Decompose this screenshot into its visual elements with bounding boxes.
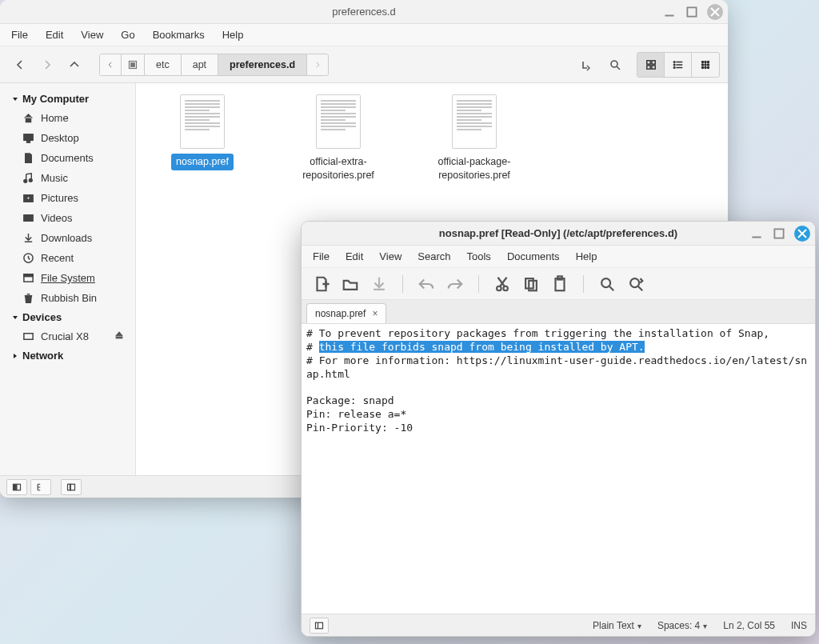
ed-menu-view[interactable]: View bbox=[379, 250, 402, 262]
file-official-extra[interactable]: official-extra-repositories.pref bbox=[286, 94, 390, 184]
videos-icon bbox=[22, 212, 34, 224]
ed-menu-help[interactable]: Help bbox=[576, 250, 597, 262]
pictures-icon bbox=[22, 192, 34, 204]
menu-view[interactable]: View bbox=[81, 29, 103, 41]
ed-menubar: File Edit View Search Tools Documents He… bbox=[302, 246, 815, 268]
syntax-selector[interactable]: Plain Text bbox=[593, 620, 641, 631]
breadcrumb-prev[interactable] bbox=[100, 54, 122, 75]
svg-rect-36 bbox=[24, 274, 33, 277]
new-file-button[interactable] bbox=[313, 275, 330, 293]
menu-file[interactable]: File bbox=[11, 29, 28, 41]
undo-button[interactable] bbox=[417, 275, 435, 293]
breadcrumb-next[interactable] bbox=[307, 54, 328, 75]
toggle-location-button[interactable] bbox=[574, 53, 598, 77]
sidebar-item-pictures[interactable]: Pictures bbox=[0, 188, 135, 208]
svg-rect-57 bbox=[316, 622, 323, 629]
ed-tab-nosnap[interactable]: nosnap.pref × bbox=[306, 303, 386, 323]
ed-tabbar: nosnap.pref × bbox=[302, 300, 815, 324]
close-button[interactable] bbox=[707, 4, 723, 20]
file-thumb-icon bbox=[316, 94, 361, 149]
maximize-button[interactable] bbox=[772, 226, 786, 241]
sidebar-item-filesystem[interactable]: File System bbox=[0, 268, 135, 288]
close-button[interactable] bbox=[794, 226, 810, 242]
close-tab-icon[interactable]: × bbox=[372, 308, 378, 319]
menu-bookmarks[interactable]: Bookmarks bbox=[153, 29, 205, 41]
show-treeview-button[interactable] bbox=[30, 479, 51, 495]
file-thumb-icon bbox=[180, 94, 225, 149]
minimize-button[interactable] bbox=[749, 226, 764, 241]
svg-point-24 bbox=[701, 66, 703, 68]
list-view-button[interactable] bbox=[665, 53, 692, 77]
downloads-icon bbox=[22, 232, 34, 244]
forward-button[interactable] bbox=[35, 53, 59, 77]
ed-statusbar: Plain Text Spaces: 4 Ln 2, Col 55 INS bbox=[302, 614, 815, 636]
save-file-button[interactable] bbox=[370, 275, 388, 293]
sidebar-item-crucial[interactable]: Crucial X8 bbox=[0, 326, 135, 346]
sidebar-item-music[interactable]: Music bbox=[0, 168, 135, 188]
breadcrumb-apt[interactable]: apt bbox=[182, 54, 218, 75]
find-button[interactable] bbox=[598, 275, 616, 293]
cut-button[interactable] bbox=[493, 275, 511, 293]
svg-rect-8 bbox=[646, 60, 649, 63]
ed-menu-search[interactable]: Search bbox=[417, 250, 450, 262]
close-sidebar-button[interactable] bbox=[61, 479, 82, 495]
ed-menu-edit[interactable]: Edit bbox=[346, 250, 363, 262]
fm-window-controls bbox=[662, 4, 723, 20]
ed-menu-documents[interactable]: Documents bbox=[507, 250, 560, 262]
breadcrumb-etc[interactable]: etc bbox=[145, 54, 182, 75]
sidebar-cat-network[interactable]: Network bbox=[0, 346, 135, 365]
sidebar-cat-mycomputer[interactable]: My Computer bbox=[0, 90, 135, 108]
svg-rect-9 bbox=[651, 60, 654, 63]
search-button[interactable] bbox=[603, 53, 627, 77]
sidebar-item-home[interactable]: Home bbox=[0, 108, 135, 128]
svg-line-7 bbox=[617, 66, 620, 70]
sidebar-item-videos[interactable]: Videos bbox=[0, 208, 135, 228]
svg-rect-37 bbox=[24, 334, 33, 340]
svg-point-55 bbox=[630, 278, 639, 287]
svg-point-25 bbox=[705, 66, 706, 68]
compact-view-button[interactable] bbox=[692, 53, 719, 77]
sidebar-item-desktop[interactable]: Desktop bbox=[0, 128, 135, 148]
file-official-package[interactable]: official-package-repositories.pref bbox=[422, 94, 526, 184]
maximize-button[interactable] bbox=[685, 5, 699, 19]
fm-window-title: preferences.d bbox=[332, 6, 396, 18]
svg-point-53 bbox=[601, 278, 610, 287]
find-replace-button[interactable] bbox=[627, 275, 645, 293]
show-places-button[interactable] bbox=[6, 479, 27, 495]
menu-edit[interactable]: Edit bbox=[46, 29, 63, 41]
svg-rect-42 bbox=[70, 484, 71, 490]
sidebar-item-downloads[interactable]: Downloads bbox=[0, 228, 135, 248]
file-nosnap[interactable]: nosnap.pref bbox=[150, 94, 254, 170]
ed-menu-tools[interactable]: Tools bbox=[467, 250, 491, 262]
svg-point-26 bbox=[707, 66, 709, 68]
open-file-button[interactable] bbox=[342, 275, 359, 293]
menu-help[interactable]: Help bbox=[222, 29, 244, 41]
side-panel-button[interactable] bbox=[310, 618, 329, 634]
ed-toolbar bbox=[302, 268, 815, 300]
menu-go[interactable]: Go bbox=[121, 29, 134, 41]
sidebar-item-trash[interactable]: Rubbish Bin bbox=[0, 288, 135, 308]
breadcrumb-current[interactable]: preferences.d bbox=[218, 54, 307, 75]
insert-mode[interactable]: INS bbox=[791, 620, 807, 631]
svg-point-32 bbox=[27, 197, 30, 200]
sidebar-item-documents[interactable]: Documents bbox=[0, 148, 135, 168]
drive-icon bbox=[22, 330, 34, 342]
eject-icon[interactable] bbox=[114, 330, 124, 342]
editor-textarea[interactable]: # To prevent repository packages from tr… bbox=[302, 324, 815, 614]
breadcrumb-root-icon[interactable] bbox=[122, 54, 145, 75]
back-button[interactable] bbox=[8, 53, 32, 77]
svg-point-23 bbox=[707, 63, 709, 65]
redo-button[interactable] bbox=[446, 275, 464, 293]
ed-menu-file[interactable]: File bbox=[313, 250, 330, 262]
copy-button[interactable] bbox=[522, 275, 540, 293]
indent-selector[interactable]: Spaces: 4 bbox=[657, 620, 707, 631]
ed-window-title: nosnap.pref [Read-Only] (/etc/apt/prefer… bbox=[439, 227, 677, 239]
paste-button[interactable] bbox=[551, 275, 569, 293]
sidebar-item-recent[interactable]: Recent bbox=[0, 248, 135, 268]
sidebar-cat-devices[interactable]: Devices bbox=[0, 308, 135, 326]
icon-view-button[interactable] bbox=[637, 53, 665, 77]
recent-icon bbox=[22, 252, 34, 264]
minimize-button[interactable] bbox=[662, 5, 677, 19]
up-button[interactable] bbox=[62, 53, 86, 77]
svg-point-29 bbox=[24, 179, 27, 182]
